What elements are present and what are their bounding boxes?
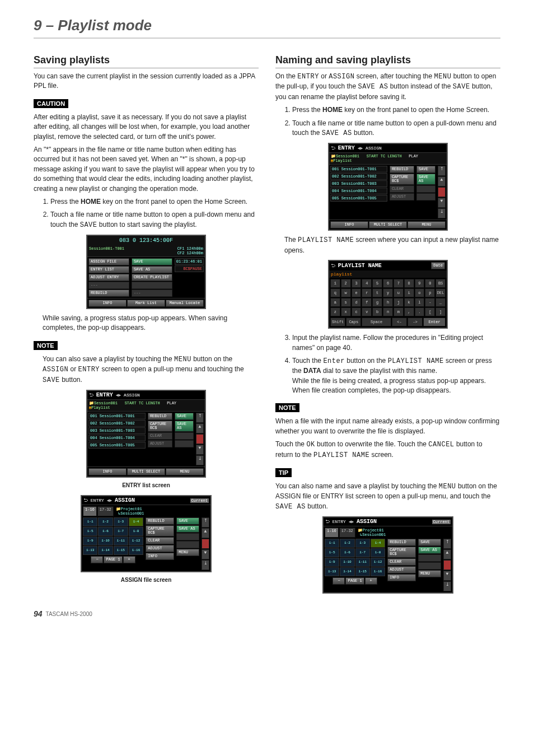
entry-capture[interactable]: CAPTURE BC$ xyxy=(148,421,172,432)
hs-manual-locate[interactable]: Manual Locate xyxy=(166,300,204,307)
entry-saveas-hl[interactable]: SAVE AS xyxy=(416,174,435,185)
scroll-down-icon[interactable]: ▼ xyxy=(196,445,204,455)
kbd-caps[interactable]: Caps xyxy=(346,318,361,326)
kbd-key[interactable]: - xyxy=(425,298,435,307)
date-button[interactable]: Date xyxy=(431,262,445,269)
kbd-key[interactable]: k xyxy=(404,298,414,307)
assign-cell[interactable]: 1-14 xyxy=(98,546,113,555)
assign-cell[interactable]: 1-2 xyxy=(98,517,113,526)
scroll-up-icon[interactable]: ▲ xyxy=(202,528,209,538)
entry-adjust[interactable]: ADJUST xyxy=(148,440,172,447)
scroll-up-icon[interactable]: ▲ xyxy=(196,423,204,433)
assign-cell[interactable]: 1-6 xyxy=(98,527,113,536)
hs-adjust-entry[interactable]: ADJUST ENTRY xyxy=(88,274,129,281)
kbd-key[interactable]: q xyxy=(330,288,340,297)
kbd-key[interactable]: 1 xyxy=(330,279,340,288)
kbd-key[interactable]: 4 xyxy=(362,279,372,288)
kbd-key[interactable]: 0 xyxy=(425,279,435,288)
entry-multiselect[interactable]: MULTI SELECT xyxy=(127,468,165,475)
scroll-top-icon[interactable]: ⤒ xyxy=(196,413,204,423)
hs-rebuild[interactable]: REBUILD xyxy=(88,290,129,297)
assign-menu[interactable]: MENU xyxy=(176,549,199,556)
hs-info[interactable]: INFO xyxy=(88,300,127,307)
kbd-key[interactable]: 3 xyxy=(352,279,362,288)
kbd-enter[interactable]: Enter xyxy=(423,318,446,326)
assign-capture[interactable]: CAPTURE BC$ xyxy=(146,525,174,536)
kbd-key[interactable]: a xyxy=(330,298,340,307)
assign-cell[interactable]: 1-1 xyxy=(83,517,97,526)
scroll-up-icon[interactable]: ▲ xyxy=(438,176,446,186)
assign-cell[interactable]: 1-15 xyxy=(114,546,128,555)
scroll-down-icon[interactable]: ▼ xyxy=(438,198,446,208)
kbd-key[interactable]: BS xyxy=(435,279,446,288)
assign-info[interactable]: INFO xyxy=(146,553,174,560)
assign-saveas-hl[interactable]: SAVE AS xyxy=(418,547,441,554)
hs-save-as[interactable]: SAVE AS xyxy=(132,266,172,273)
kbd-key[interactable]: j xyxy=(394,298,404,307)
hs-marklist[interactable]: Mark List xyxy=(127,300,165,307)
kbd-key[interactable]: y xyxy=(383,288,393,297)
assign-cell[interactable]: 1-8 xyxy=(129,527,143,536)
entry-row[interactable]: 004 Session001-T004 xyxy=(330,188,387,194)
kbd-shift[interactable]: Shift xyxy=(330,318,345,326)
entry-saveas[interactable]: SAVE AS xyxy=(175,421,194,432)
kbd-key[interactable]: t xyxy=(372,288,382,297)
kbd-key[interactable]: i xyxy=(404,288,414,297)
scroll-bottom-icon[interactable]: ⤓ xyxy=(438,208,446,218)
page-next-icon[interactable]: + xyxy=(123,556,135,563)
kbd-key[interactable]: s xyxy=(341,298,351,307)
entry-clear[interactable]: CLEAR xyxy=(148,432,172,440)
kbd-key[interactable]: f xyxy=(362,298,372,307)
kbd-key[interactable]: g xyxy=(372,298,382,307)
assign-cell[interactable]: 1-11 xyxy=(114,536,128,545)
kbd-key[interactable]: v xyxy=(362,307,372,316)
scroll-bottom-icon[interactable]: ⤓ xyxy=(196,455,204,465)
kbd-key[interactable]: u xyxy=(394,288,404,297)
kbd-key[interactable]: 7 xyxy=(394,279,404,288)
kbd-key[interactable]: [ xyxy=(425,307,435,316)
scroll-thumb[interactable] xyxy=(202,539,209,549)
assign-rebuild[interactable]: REBUILD xyxy=(146,517,174,525)
hs-save[interactable]: SAVE xyxy=(132,258,172,265)
kbd-right-icon[interactable]: -> xyxy=(407,318,423,326)
assign-cell[interactable]: 1-5 xyxy=(83,527,97,536)
entry-row[interactable]: 002 Session001-T002 xyxy=(330,173,387,180)
entry-row[interactable]: 001 Session001-T001 xyxy=(88,413,146,419)
kbd-key[interactable]: . xyxy=(415,307,425,316)
entry-row[interactable]: 004 Session001-T004 xyxy=(88,435,146,441)
hs-entry-list[interactable]: ENTRY LIST xyxy=(88,266,129,273)
kbd-key[interactable]: h xyxy=(383,298,393,307)
assign-save[interactable]: SAVE xyxy=(176,517,199,525)
kbd-space[interactable]: Space xyxy=(362,318,391,326)
kbd-key[interactable]: m xyxy=(394,307,404,316)
scroll-down-icon[interactable]: ▼ xyxy=(202,549,209,559)
entry-row[interactable]: 005 Session001-T005 xyxy=(330,195,387,202)
entry-row[interactable]: 002 Session001-T002 xyxy=(88,420,146,427)
kbd-key[interactable]: , xyxy=(404,307,414,316)
kbd-key[interactable]: w xyxy=(341,288,351,297)
entry-row[interactable]: 003 Session001-T003 xyxy=(88,427,146,434)
entry-menu[interactable]: MENU xyxy=(166,468,204,475)
entry-row[interactable]: 003 Session001-T003 xyxy=(330,180,387,187)
kbd-key[interactable]: l xyxy=(415,298,425,307)
assign-cell[interactable]: 1-12 xyxy=(129,536,143,545)
kbd-key[interactable]: b xyxy=(372,307,382,316)
kbd-key[interactable]: r xyxy=(362,288,372,297)
kbd-key[interactable]: x xyxy=(341,307,351,316)
entry-rebuild[interactable]: REBUILD xyxy=(148,413,172,420)
kbd-key[interactable]: d xyxy=(352,298,362,307)
scroll-thumb[interactable] xyxy=(196,434,204,444)
assign-cell[interactable]: 1-13 xyxy=(83,546,97,555)
kbd-key[interactable]: _ xyxy=(435,298,446,307)
assign-cell[interactable]: 1-10 xyxy=(98,536,113,545)
entry-row[interactable]: 005 Session001-T005 xyxy=(88,442,146,449)
assign-cell[interactable]: 1-16 xyxy=(129,546,143,555)
assign-cell[interactable]: 1-9 xyxy=(83,536,97,545)
assign-adjust[interactable]: ADJUST xyxy=(146,545,174,552)
kbd-key[interactable]: ] xyxy=(435,307,446,316)
kbd-key[interactable]: p xyxy=(425,288,435,297)
kbd-key[interactable]: n xyxy=(383,307,393,316)
entry-info[interactable]: INFO xyxy=(88,468,127,475)
name-input-field[interactable]: playlist xyxy=(329,270,447,278)
page-prev-icon[interactable]: − xyxy=(91,556,103,563)
